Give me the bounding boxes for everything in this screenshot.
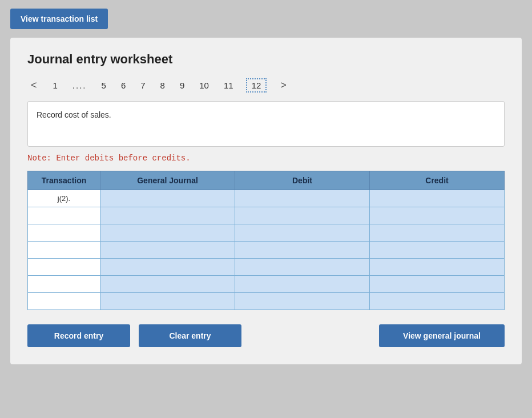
bottom-buttons: Record entry Clear entry View general jo… (27, 324, 505, 347)
debit-input-6[interactable] (235, 276, 369, 292)
table-row (28, 207, 505, 224)
transaction-cell-3 (28, 224, 100, 242)
table-row (28, 259, 505, 276)
main-container: Journal entry worksheet < 1 .... 5 6 7 8… (10, 38, 522, 364)
transaction-cell-7 (28, 293, 100, 310)
transaction-cell-1: j(2). (28, 190, 100, 207)
next-page-button[interactable]: > (277, 78, 290, 93)
credit-cell-2[interactable] (370, 207, 505, 224)
page-7[interactable]: 7 (138, 79, 147, 91)
debit-input-2[interactable] (235, 207, 369, 224)
view-general-journal-button[interactable]: View general journal (379, 324, 505, 347)
table-row (28, 276, 505, 293)
debit-input-7[interactable] (235, 293, 369, 310)
page-8[interactable]: 8 (158, 79, 167, 91)
credit-input-6[interactable] (370, 276, 504, 292)
credit-cell-3[interactable] (370, 224, 505, 242)
credit-input-7[interactable] (370, 293, 504, 310)
page-5[interactable]: 5 (99, 79, 108, 91)
debit-cell-7[interactable] (235, 293, 370, 310)
page-9[interactable]: 9 (178, 79, 187, 91)
col-header-debit: Debit (235, 171, 370, 190)
general-journal-cell-1[interactable] (100, 190, 235, 207)
pagination: < 1 .... 5 6 7 8 9 10 11 12 > (27, 78, 505, 93)
top-bar: View transaction list (0, 0, 532, 38)
col-header-credit: Credit (370, 171, 505, 190)
credit-input-4[interactable] (370, 242, 504, 258)
general-journal-input-4[interactable] (100, 242, 235, 258)
general-journal-input-6[interactable] (100, 276, 235, 292)
general-journal-cell-3[interactable] (100, 224, 235, 242)
transaction-cell-5 (28, 259, 100, 276)
debit-input-1[interactable] (235, 190, 369, 207)
credit-input-5[interactable] (370, 259, 504, 275)
credit-input-1[interactable] (370, 190, 504, 207)
table-row: j(2). (28, 190, 505, 207)
prev-page-button[interactable]: < (27, 78, 41, 93)
table-row (28, 293, 505, 310)
credit-cell-5[interactable] (370, 259, 505, 276)
clear-entry-button[interactable]: Clear entry (139, 324, 241, 347)
description-box[interactable]: Record cost of sales. (27, 101, 505, 147)
debit-cell-4[interactable] (235, 242, 370, 259)
credit-cell-6[interactable] (370, 276, 505, 293)
general-journal-input-5[interactable] (100, 259, 235, 275)
credit-input-2[interactable] (370, 207, 504, 224)
debit-input-4[interactable] (235, 242, 369, 258)
debit-cell-5[interactable] (235, 259, 370, 276)
transaction-cell-6 (28, 276, 100, 293)
page-11[interactable]: 11 (221, 79, 236, 91)
general-journal-input-7[interactable] (100, 293, 235, 310)
debit-input-3[interactable] (235, 224, 369, 241)
general-journal-input-2[interactable] (100, 207, 235, 224)
col-header-transaction: Transaction (28, 171, 100, 190)
worksheet-title: Journal entry worksheet (27, 52, 505, 67)
page-1[interactable]: 1 (51, 79, 60, 91)
view-transaction-button[interactable]: View transaction list (10, 9, 108, 29)
page-12[interactable]: 12 (246, 78, 267, 93)
table-row (28, 224, 505, 242)
general-journal-input-1[interactable] (100, 190, 235, 207)
debit-input-5[interactable] (235, 259, 369, 275)
general-journal-cell-5[interactable] (100, 259, 235, 276)
credit-input-3[interactable] (370, 224, 504, 241)
page-ellipsis: .... (70, 79, 89, 91)
note-text: Note: Enter debits before credits. (27, 154, 505, 163)
general-journal-cell-7[interactable] (100, 293, 235, 310)
page-6[interactable]: 6 (119, 79, 128, 91)
transaction-cell-2 (28, 207, 100, 224)
debit-cell-2[interactable] (235, 207, 370, 224)
transaction-cell-4 (28, 242, 100, 259)
journal-table: Transaction General Journal Debit Credit… (27, 171, 505, 310)
credit-cell-7[interactable] (370, 293, 505, 310)
credit-cell-4[interactable] (370, 242, 505, 259)
table-row (28, 242, 505, 259)
col-header-general-journal: General Journal (100, 171, 235, 190)
record-entry-button[interactable]: Record entry (27, 324, 130, 347)
general-journal-input-3[interactable] (100, 224, 235, 241)
debit-cell-6[interactable] (235, 276, 370, 293)
general-journal-cell-6[interactable] (100, 276, 235, 293)
page-10[interactable]: 10 (197, 79, 211, 91)
debit-cell-3[interactable] (235, 224, 370, 242)
debit-cell-1[interactable] (235, 190, 370, 207)
credit-cell-1[interactable] (370, 190, 505, 207)
general-journal-cell-4[interactable] (100, 242, 235, 259)
general-journal-cell-2[interactable] (100, 207, 235, 224)
